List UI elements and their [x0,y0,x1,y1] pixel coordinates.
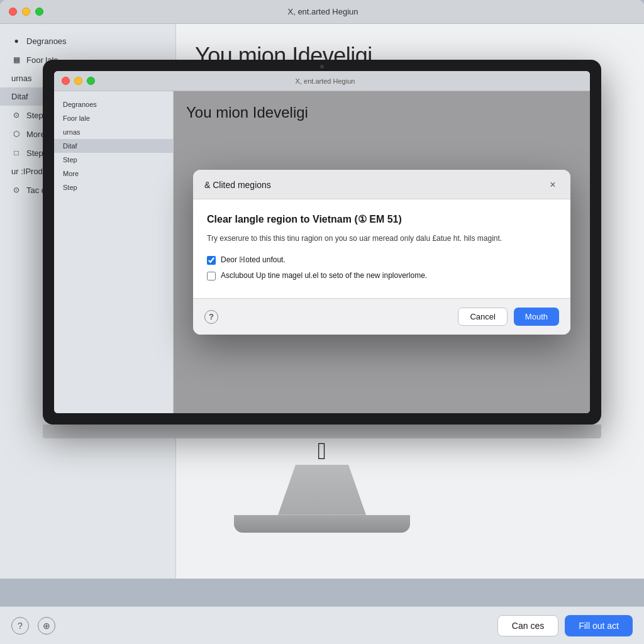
sidebar-label-4: Ditaf [11,92,28,101]
bottom-left-icons: ? ⊕ [11,617,55,635]
sidebar-label-5: Step [26,111,43,120]
dialog-close-button[interactable]: × [547,179,559,191]
bottom-toolbar: ? ⊕ Can ces Fill out act [0,606,644,644]
imac-screen-sidebar: Degranoes Foor lale urnas Ditaf Step Mor… [54,91,174,413]
question-mark-icon: ? [209,312,214,321]
imac-sidebar-item-3: urnas [54,125,173,139]
imac-bezel: X, ent.arted Hegiun Degranoes Foor lale … [43,60,601,425]
bottom-right-buttons: Can ces Fill out act [497,615,633,636]
imac-screen-title: X, ent.arted Hegiun [68,77,582,85]
sidebar-icon-9: ⊙ [11,185,21,195]
dialog-footer-buttons: Cancel Mouth [458,308,559,326]
imac-logo-area:  [43,438,601,465]
imac-sidebar-item-4: Ditaf [54,139,173,153]
imac-camera [320,65,324,69]
imac-screen-content: Degranoes Foor lale urnas Ditaf Step Mor… [54,91,590,413]
bottom-add-icon[interactable]: ⊕ [38,617,55,635]
imac-sidebar-item-7: Step [54,180,173,194]
checkbox-row-2: Asclubout Up tine magel ul.el to seto of… [207,271,557,280]
checkbox-row-1: Deor ℍoted unfout. [207,255,557,265]
sidebar-label-7: Step [26,148,43,158]
bottom-cancel-button[interactable]: Can ces [497,615,558,636]
checkbox-2[interactable] [207,272,216,280]
imac-chin [43,425,601,438]
sidebar-icon-1: ● [11,36,21,46]
imac-sidebar-item-1: Degranoes [54,97,173,111]
sidebar-icon-5: ⊙ [11,110,21,120]
checkbox-label-2[interactable]: Asclubout Up tine magel ul.el to seto of… [221,271,427,280]
sidebar-icon-6: ⬡ [11,129,21,139]
dialog-footer: ? Cancel Mouth [193,298,570,335]
imac-sidebar-item-6: More [54,167,173,180]
dialog-title-emoji: ① [358,214,367,225]
dialog-header: & Clited megions × [193,170,570,199]
imac-screen-titlebar: X, ent.arted Hegiun [54,71,590,91]
dialog-header-title: & Clited megions [204,180,271,190]
imac-sidebar-item-2: Foor lale [54,111,173,125]
sidebar-icon-7: □ [11,148,21,158]
checkbox-label-1[interactable]: Deor ℍoted unfout. [221,255,286,264]
help-button[interactable]: ? [204,310,218,324]
close-icon: × [550,179,555,191]
sidebar-label-1: Degranoes [26,36,67,46]
imac-stand-neck [278,465,366,515]
sidebar-label-8: ur :IProd [11,167,43,176]
question-icon: ? [18,621,23,631]
imac-display: X, ent.arted Hegiun Degranoes Foor lale … [43,60,601,531]
dialog-cancel-button[interactable]: Cancel [458,308,507,326]
imac-stand-base [234,515,410,533]
sidebar-item-degranoes[interactable]: ● Degranoes [0,31,175,50]
imac-screen-main: You mion Ideveligi & Clited megions × [174,91,590,413]
imac-screen: X, ent.arted Hegiun Degranoes Foor lale … [54,71,590,413]
dialog-title-text: Clear langle region to Vietnam (① EM 51) [207,213,402,225]
plus-circle-icon: ⊕ [43,621,50,631]
apple-icon:  [43,438,601,465]
dialog-primary-button[interactable]: Mouth [514,308,559,326]
dialog-description: Try exserure to this this tinu ragion on… [207,233,557,244]
sidebar-label-3: urnas [11,74,32,83]
bottom-primary-button[interactable]: Fill out act [565,615,633,636]
checkbox-1[interactable] [207,256,216,265]
bg-titlebar: X, ent.arted Hegiun [0,0,644,24]
sidebar-icon-2: ▦ [11,55,21,65]
dialog-main-title: Clear langle region to Vietnam (① EM 51) [207,213,557,225]
imac-sidebar-item-5: Step [54,153,173,167]
modal-dialog: & Clited megions × Clear langle region t… [193,170,570,335]
bottom-help-icon[interactable]: ? [11,617,29,635]
dialog-body: Clear langle region to Vietnam (① EM 51)… [193,199,570,298]
bg-window-title: X, ent.arted Hegiun [11,7,635,16]
dialog-overlay: & Clited megions × Clear langle region t… [174,91,590,413]
